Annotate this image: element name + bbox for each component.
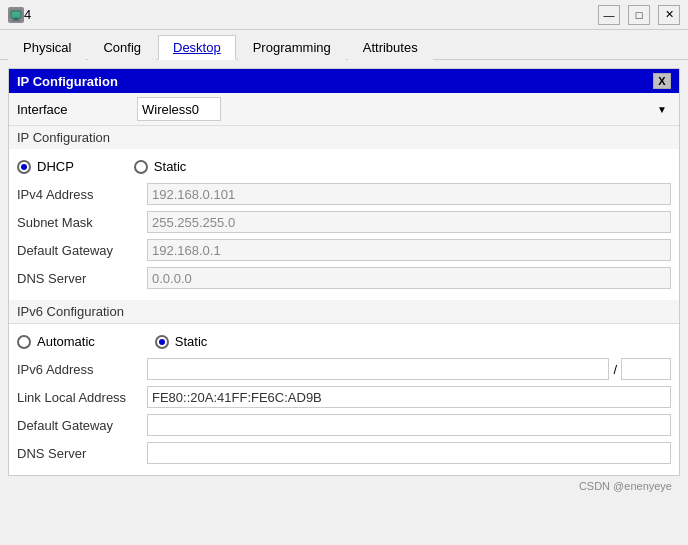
link-local-input[interactable] (147, 386, 671, 408)
watermark: CSDN @enenyeye (8, 476, 680, 496)
ipv4-section-header: IP Configuration (9, 126, 679, 149)
ipv4-dns-input[interactable] (147, 267, 671, 289)
ipv6-slash: / (609, 362, 621, 377)
ipv4-address-label: IPv4 Address (17, 187, 147, 202)
ipv4-gateway-row: Default Gateway (17, 236, 671, 264)
tab-desktop[interactable]: Desktop (158, 35, 236, 60)
svg-rect-0 (11, 11, 21, 18)
ipv4-address-input[interactable] (147, 183, 671, 205)
dhcp-label: DHCP (37, 159, 74, 174)
ipv4-gateway-label: Default Gateway (17, 243, 147, 258)
subnet-mask-input[interactable] (147, 211, 671, 233)
ipv6-address-label: IPv6 Address (17, 362, 147, 377)
minimize-button[interactable]: — (598, 5, 620, 25)
panel-header: IP Configuration X (9, 69, 679, 93)
ipv4-dns-label: DNS Server (17, 271, 147, 286)
ipv4-address-row: IPv4 Address (17, 180, 671, 208)
interface-select[interactable]: Wireless0 (137, 97, 221, 121)
automatic-radio[interactable] (17, 335, 31, 349)
ipv6-address-row: IPv6 Address / (17, 355, 671, 383)
ip-config-panel: IP Configuration X Interface Wireless0 I… (8, 68, 680, 476)
maximize-button[interactable]: □ (628, 5, 650, 25)
svg-rect-2 (13, 19, 20, 20)
static-ipv6-radio[interactable] (155, 335, 169, 349)
tab-attributes[interactable]: Attributes (348, 35, 433, 60)
ipv6-gateway-row: Default Gateway (17, 411, 671, 439)
interface-label: Interface (17, 102, 137, 117)
window-close-button[interactable]: ✕ (658, 5, 680, 25)
tab-config[interactable]: Config (88, 35, 156, 60)
panel-close-button[interactable]: X (653, 73, 671, 89)
main-content: IP Configuration X Interface Wireless0 I… (0, 60, 688, 541)
ipv4-gateway-input[interactable] (147, 239, 671, 261)
app-icon (8, 7, 24, 23)
static-ipv4-label: Static (154, 159, 187, 174)
ipv6-dns-label: DNS Server (17, 446, 147, 461)
window-controls: — □ ✕ (598, 5, 680, 25)
subnet-mask-label: Subnet Mask (17, 215, 147, 230)
tab-bar: Physical Config Desktop Programming Attr… (0, 30, 688, 60)
static-ipv6-label: Static (175, 334, 208, 349)
automatic-option[interactable]: Automatic (17, 334, 95, 349)
ipv6-gateway-input[interactable] (147, 414, 671, 436)
dhcp-radio[interactable] (17, 160, 31, 174)
ipv6-section: Automatic Static IPv6 Address / Link Loc… (9, 323, 679, 475)
ipv6-address-input[interactable] (147, 358, 609, 380)
ipv6-section-header: IPv6 Configuration (9, 300, 679, 323)
link-local-label: Link Local Address (17, 390, 147, 405)
ipv6-dns-input[interactable] (147, 442, 671, 464)
title-bar: 4 — □ ✕ (0, 0, 688, 30)
ipv4-radio-row: DHCP Static (17, 153, 671, 180)
subnet-mask-row: Subnet Mask (17, 208, 671, 236)
dhcp-option[interactable]: DHCP (17, 159, 74, 174)
panel-title: IP Configuration (17, 74, 118, 89)
automatic-label: Automatic (37, 334, 95, 349)
ipv6-radio-row: Automatic Static (17, 328, 671, 355)
tab-programming[interactable]: Programming (238, 35, 346, 60)
interface-row: Interface Wireless0 (9, 93, 679, 126)
static-ipv4-radio[interactable] (134, 160, 148, 174)
static-ipv4-option[interactable]: Static (134, 159, 187, 174)
window-title: 4 (24, 7, 598, 22)
ipv4-section: DHCP Static IPv4 Address Subnet Mask Def… (9, 149, 679, 300)
svg-rect-1 (14, 18, 18, 20)
tab-physical[interactable]: Physical (8, 35, 86, 60)
ipv4-dns-row: DNS Server (17, 264, 671, 292)
ipv6-gateway-label: Default Gateway (17, 418, 147, 433)
ipv6-dns-row: DNS Server (17, 439, 671, 467)
static-ipv6-option[interactable]: Static (155, 334, 208, 349)
interface-select-wrapper: Wireless0 (137, 97, 671, 121)
ipv6-prefix-input[interactable] (621, 358, 671, 380)
link-local-row: Link Local Address (17, 383, 671, 411)
